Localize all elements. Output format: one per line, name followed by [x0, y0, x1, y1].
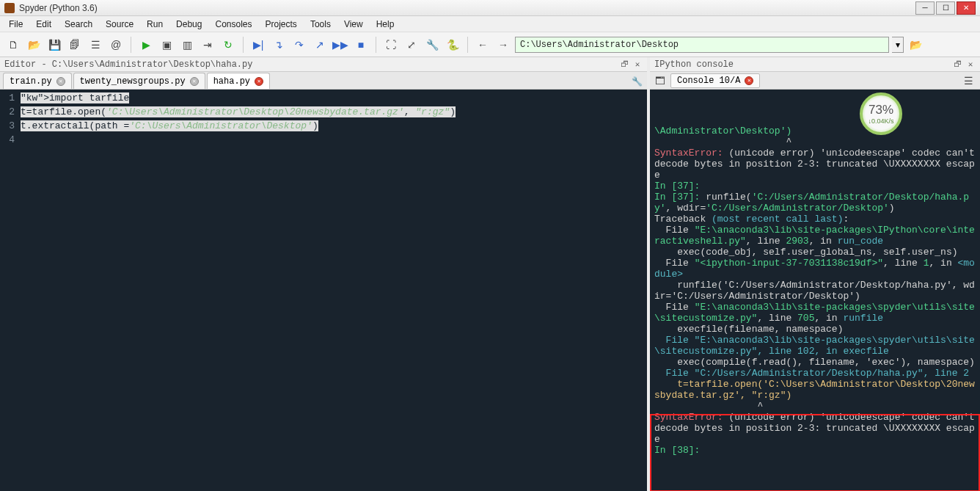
editor-tab[interactable]: train.py✕	[3, 73, 72, 89]
console-options-button[interactable]: ☰	[959, 72, 977, 90]
console-line: exec(compile(f.read(), filename, 'exec')…	[654, 357, 976, 368]
open-file-button[interactable]: 📂	[25, 36, 43, 54]
path-dropdown-button[interactable]: ▾	[892, 37, 904, 53]
ipython-header: IPython console 🗗 ✕	[650, 57, 980, 72]
settings-button[interactable]: 🔧	[423, 36, 441, 54]
at-button[interactable]: @	[107, 36, 125, 54]
editor-pane: Editor - C:\Users\Administrator\Desktop\…	[0, 57, 650, 491]
close-tab-icon[interactable]: ✕	[255, 77, 263, 86]
close-tab-icon[interactable]: ✕	[745, 76, 753, 85]
console-tab[interactable]: Console 10/A ✕	[670, 73, 760, 88]
console-line: File "E:\anaconda3\lib\site-packages\spy…	[654, 302, 976, 324]
save-button[interactable]: 💾	[45, 36, 63, 54]
console-line: exec(code_obj, self.user_global_ns, self…	[654, 247, 976, 258]
undock-console-button[interactable]: 🗗	[952, 59, 962, 70]
menu-debug[interactable]: Debug	[170, 18, 208, 31]
editor-tab[interactable]: haha.py✕	[207, 73, 270, 89]
nav-back-button[interactable]: ←	[474, 36, 491, 54]
editor-tab-label: haha.py	[213, 76, 250, 87]
console-line: File "C:/Users/Administrator/Desktop/hah…	[654, 368, 976, 379]
toolbar-separator	[243, 37, 244, 53]
menu-view[interactable]: View	[338, 18, 369, 31]
run-cell-advance-button[interactable]: ▥	[178, 36, 196, 54]
spyder-app-icon	[4, 3, 15, 13]
menu-search[interactable]: Search	[59, 18, 98, 31]
menu-tools[interactable]: Tools	[304, 18, 337, 31]
console-line: File "E:\anaconda3\lib\site-packages\spy…	[654, 335, 976, 357]
python-path-button[interactable]: 🐍	[444, 36, 461, 54]
new-file-button[interactable]: 🗋	[4, 36, 22, 54]
undock-pane-button[interactable]: 🗗	[619, 59, 629, 70]
console-line: In [37]:	[654, 181, 976, 192]
console-line: Traceback (most recent call last):	[654, 214, 976, 225]
console-line: execfile(filename, namespace)	[654, 324, 976, 335]
browse-folder-button[interactable]: 📂	[907, 36, 924, 54]
inspect-button[interactable]: 🗔	[653, 73, 668, 88]
code-line: "kw">import tarfile	[21, 91, 647, 105]
badge-percent: 73%	[869, 103, 893, 117]
close-console-pane-button[interactable]: ✕	[965, 59, 976, 70]
code-line: t=tarfile.open('C:\Users\Administrator\D…	[21, 105, 647, 119]
fullscreen-button[interactable]: ⤢	[403, 36, 420, 54]
code-editor[interactable]: 1234 "kw">import tarfilet=tarfile.open('…	[0, 90, 647, 491]
editor-header: Editor - C:\Users\Administrator\Desktop\…	[0, 57, 647, 72]
debug-stop-button[interactable]: ■	[352, 36, 370, 54]
debug-continue-button[interactable]: ▶▶	[332, 36, 349, 54]
window-title: Spyder (Python 3.6)	[19, 3, 98, 13]
working-directory-field[interactable]: C:\Users\Administrator\Desktop	[515, 37, 889, 53]
toolbar: 🗋 📂 💾 🗐 ☰ @ ▶ ▣ ▥ ⇥ ↻ ▶| ↴ ↷ ↗ ▶▶ ■ ⛶ ⤢ …	[0, 32, 980, 57]
console-line: runfile('C:/Users/Administrator/Desktop/…	[654, 280, 976, 302]
editor-tab-label: train.py	[10, 76, 52, 87]
ipython-pane: IPython console 🗗 ✕ 🗔 Console 10/A ✕ ☰ \…	[650, 57, 980, 491]
close-pane-button[interactable]: ✕	[632, 59, 643, 70]
editor-tab[interactable]: twenty_newsgroups.py✕	[73, 73, 205, 89]
editor-tab-options-button[interactable]: 🔧	[629, 74, 644, 89]
menu-run[interactable]: Run	[141, 18, 169, 31]
close-tab-icon[interactable]: ✕	[56, 77, 65, 86]
badge-rate: ↓0.04K/s	[868, 117, 893, 125]
debug-step-button[interactable]: ▶|	[249, 36, 267, 54]
console-line: SyntaxError: (unicode error) 'unicodeesc…	[654, 148, 976, 181]
run-button[interactable]: ▶	[137, 36, 155, 54]
console-line: File "E:\anaconda3\lib\site-packages\IPy…	[654, 225, 976, 247]
console-tab-label: Console 10/A	[677, 76, 740, 86]
menu-projects[interactable]: Projects	[260, 18, 303, 31]
console-line: File "<ipython-input-37-7031138c19df>", …	[654, 258, 976, 280]
nav-forward-button[interactable]: →	[494, 36, 512, 54]
menu-edit[interactable]: Edit	[30, 18, 57, 31]
menubar: File Edit Search Source Run Debug Consol…	[0, 16, 980, 32]
ipython-console[interactable]: \Administrator\Desktop') ^SyntaxError: (…	[650, 90, 980, 491]
minimize-button[interactable]: ─	[915, 1, 935, 15]
editor-tab-row: train.py✕twenty_newsgroups.py✕haha.py✕ 🔧	[0, 72, 647, 90]
maximize-button[interactable]: ☐	[936, 1, 955, 15]
console-tab-row: 🗔 Console 10/A ✕ ☰	[650, 72, 980, 90]
console-line: ^	[654, 401, 976, 412]
network-speed-badge: 73% ↓0.04K/s	[860, 92, 902, 135]
code-body[interactable]: "kw">import tarfilet=tarfile.open('C:\Us…	[19, 90, 647, 491]
debug-step-out-button[interactable]: ↗	[311, 36, 329, 54]
console-line: \Administrator\Desktop')	[654, 126, 976, 137]
save-all-button[interactable]: 🗐	[66, 36, 84, 54]
titlebar: Spyder (Python 3.6) ─ ☐ ✕	[0, 0, 980, 16]
debug-step-over-button[interactable]: ↷	[290, 36, 308, 54]
toolbar-separator	[376, 37, 376, 53]
outline-button[interactable]: ☰	[87, 36, 104, 54]
menu-source[interactable]: Source	[100, 18, 139, 31]
console-line: ^	[654, 137, 976, 148]
run-selection-button[interactable]: ⇥	[199, 36, 216, 54]
console-line: SyntaxError: (unicode error) 'unicodeesc…	[654, 412, 976, 445]
editor-header-title: Editor - C:\Users\Administrator\Desktop\…	[4, 59, 252, 70]
maximize-pane-button[interactable]: ⛶	[382, 36, 400, 54]
run-cell-button[interactable]: ▣	[158, 36, 175, 54]
menu-file[interactable]: File	[3, 18, 29, 31]
rerun-button[interactable]: ↻	[219, 36, 237, 54]
line-number-gutter: 1234	[0, 90, 19, 491]
debug-step-into-button[interactable]: ↴	[270, 36, 288, 54]
toolbar-separator	[467, 37, 468, 53]
menu-help[interactable]: Help	[370, 18, 401, 31]
menu-consoles[interactable]: Consoles	[209, 18, 257, 31]
ipython-header-title: IPython console	[654, 59, 734, 70]
console-line: In [37]: runfile('C:/Users/Administrator…	[654, 192, 976, 214]
close-window-button[interactable]: ✕	[957, 1, 976, 15]
close-tab-icon[interactable]: ✕	[190, 77, 199, 86]
